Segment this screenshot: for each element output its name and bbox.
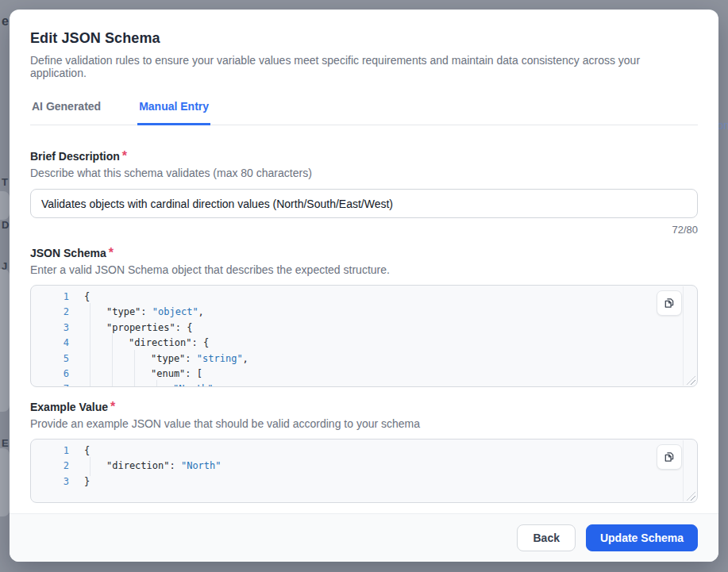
- indent-guide: [84, 367, 106, 382]
- code-line-content: {: [69, 290, 90, 305]
- indent-guide: [106, 382, 129, 387]
- dialog-body: Brief Description* Describe what this sc…: [10, 125, 718, 513]
- code-line: 5"type": "string",: [31, 351, 697, 367]
- line-number: 3: [31, 321, 69, 336]
- line-number: 2: [31, 305, 69, 320]
- tab-bar: AI Generated Manual Entry: [30, 100, 698, 125]
- indent-guide: [129, 382, 151, 387]
- indent-guide: [106, 336, 129, 351]
- code-line: 3"properties": {: [31, 321, 697, 336]
- code-token: "type": [151, 351, 185, 367]
- brief-description-section: Brief Description* Describe what this sc…: [30, 149, 698, 236]
- brief-description-helper: Describe what this schema validates (max…: [30, 167, 698, 179]
- code-token: :: [141, 305, 152, 320]
- indent-guide: [84, 336, 106, 351]
- code-token: :: [169, 459, 180, 474]
- code-token: ,: [198, 305, 204, 320]
- code-token: :: [185, 351, 196, 367]
- code-token: ,: [243, 351, 248, 367]
- field-label-text: Example Value: [30, 401, 108, 413]
- code-token: : {: [175, 321, 193, 336]
- backdrop-link-fragment: on: [717, 119, 728, 132]
- code-lines: 1{2"direction": "North"3}: [31, 440, 697, 489]
- code-token: "North": [173, 382, 214, 387]
- tab-manual-entry[interactable]: Manual Entry: [137, 100, 210, 125]
- dialog-header: Edit JSON Schema Define validation rules…: [10, 10, 718, 79]
- indent-guide: [151, 382, 173, 387]
- indent-guide: [106, 351, 129, 367]
- backdrop-field-fragment: [0, 269, 10, 412]
- code-line-content: "type": "string",: [69, 351, 248, 367]
- code-line-content: "direction": "North": [69, 459, 221, 474]
- editor-scroll-divider: [683, 440, 684, 501]
- json-schema-section: JSON Schema* Enter a valid JSON Schema o…: [30, 246, 698, 387]
- code-token: : {: [191, 336, 209, 351]
- line-number: 7: [31, 382, 69, 387]
- code-line-content: "North",: [69, 382, 219, 387]
- backdrop-text-fragment: D: [2, 219, 9, 231]
- line-number: 3: [31, 474, 69, 489]
- code-line: 3}: [31, 474, 697, 489]
- code-token: "type": [106, 305, 141, 320]
- line-number: 5: [31, 351, 69, 367]
- indent-guide: [129, 351, 151, 367]
- indent-guide: [84, 321, 106, 336]
- update-schema-button[interactable]: Update Schema: [586, 524, 698, 551]
- code-line-content: }: [69, 474, 90, 489]
- required-asterisk: *: [109, 246, 114, 259]
- copy-button[interactable]: [657, 290, 682, 316]
- code-token: "direction": [106, 459, 169, 474]
- code-token: }: [84, 474, 90, 489]
- code-token: "North": [181, 459, 221, 474]
- brief-description-label: Brief Description*: [30, 149, 698, 163]
- code-token: "string": [197, 351, 243, 367]
- code-line: 7"North",: [31, 382, 697, 387]
- dialog-title: Edit JSON Schema: [30, 30, 698, 47]
- copy-icon: [663, 297, 676, 309]
- line-number: 1: [31, 290, 69, 305]
- code-line: 4"direction": {: [31, 336, 697, 351]
- line-number: 6: [31, 367, 69, 382]
- code-line: 2"direction": "North": [31, 459, 697, 474]
- code-token: : [: [185, 367, 202, 382]
- indent-guide: [106, 367, 129, 382]
- required-asterisk: *: [122, 149, 127, 163]
- json-schema-helper: Enter a valid JSON Schema object that de…: [30, 263, 698, 276]
- code-line: 2"type": "object",: [31, 305, 697, 320]
- json-schema-label: JSON Schema*: [30, 246, 698, 260]
- copy-button[interactable]: [657, 444, 682, 470]
- example-value-label: Example Value*: [30, 400, 698, 414]
- dialog-footer: Back Update Schema: [10, 513, 718, 562]
- line-number: 4: [31, 336, 69, 351]
- line-number: 1: [31, 443, 69, 459]
- json-schema-editor[interactable]: 1{2"type": "object",3"properties": {4"di…: [30, 285, 698, 387]
- dialog-subtitle: Define validation rules to ensure your v…: [30, 54, 698, 79]
- code-line: 6"enum": [: [31, 367, 697, 382]
- backdrop-field-fragment: [0, 191, 10, 220]
- example-value-section: Example Value* Provide an example JSON v…: [30, 400, 698, 503]
- indent-guide: [84, 305, 106, 320]
- code-token: "direction": [129, 336, 191, 351]
- code-token: "object": [152, 305, 198, 320]
- indent-guide: [129, 367, 151, 382]
- back-button[interactable]: Back: [517, 524, 575, 551]
- example-value-editor[interactable]: 1{2"direction": "North"3}: [30, 439, 698, 503]
- backdrop-text-fragment: T: [2, 176, 8, 188]
- indent-guide: [84, 459, 106, 474]
- code-token: ,: [214, 382, 219, 387]
- indent-guide: [84, 382, 106, 387]
- code-token: "properties": [106, 321, 175, 336]
- code-line: 1{: [31, 290, 697, 305]
- character-counter: 72/80: [30, 224, 698, 236]
- tab-ai-generated[interactable]: AI Generated: [30, 100, 102, 125]
- code-line: 1{: [31, 443, 697, 459]
- resize-grip[interactable]: [687, 492, 695, 501]
- field-label-text: Brief Description: [30, 150, 120, 163]
- code-lines: 1{2"type": "object",3"properties": {4"di…: [31, 286, 697, 387]
- backdrop-field-fragment: [0, 448, 10, 516]
- code-line-content: {: [69, 443, 90, 459]
- backdrop-text-fragment: E: [2, 437, 9, 449]
- brief-description-input[interactable]: [30, 189, 698, 218]
- required-asterisk: *: [110, 400, 115, 413]
- edit-json-schema-dialog: Edit JSON Schema Define validation rules…: [10, 10, 718, 562]
